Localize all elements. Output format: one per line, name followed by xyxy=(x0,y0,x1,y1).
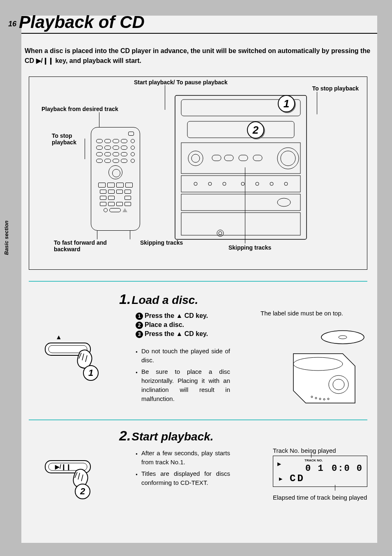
svg-point-28 xyxy=(321,331,364,344)
svg-point-18 xyxy=(270,182,273,185)
callout-badge-2: 2 xyxy=(247,121,264,139)
page-header: 16 Playback of CD xyxy=(8,9,377,32)
label-start-pause: Start playback/ To pause playback xyxy=(134,79,228,86)
callout-badge-1: 1 xyxy=(278,95,295,112)
section-divider xyxy=(29,281,367,282)
svg-rect-3 xyxy=(181,143,300,174)
svg-point-5 xyxy=(191,154,200,162)
section-divider xyxy=(29,419,367,420)
page-title: Playback of CD xyxy=(19,12,145,32)
step-2-title: 2.Start playback. xyxy=(119,428,367,444)
leader-line xyxy=(165,85,165,110)
step-2-figure: ▶/❙❙ 2 xyxy=(41,452,111,502)
lcd-elapsed-time: 0:0 0 xyxy=(332,463,363,474)
svg-point-4 xyxy=(188,151,203,166)
lcd-track-number: 0 1 xyxy=(305,463,324,474)
label-skip-2: Skipping tracks xyxy=(228,244,271,251)
remote-control-illustration xyxy=(91,127,140,231)
svg-point-30 xyxy=(293,357,343,371)
play-pause-icon: ▶/❙❙ xyxy=(55,463,71,470)
svg-rect-20 xyxy=(181,194,300,211)
leader-line xyxy=(317,92,317,114)
label-stop-right: To stop playback xyxy=(312,85,359,92)
intro-after: key, and playback will start. xyxy=(53,57,141,64)
remote-ir-icon xyxy=(128,132,134,136)
svg-rect-6 xyxy=(212,155,221,161)
disc-loading-illustration xyxy=(281,325,367,407)
step-2-notes: After a few seconds, play starts from tr… xyxy=(119,449,230,487)
svg-point-23 xyxy=(217,230,224,236)
svg-point-13 xyxy=(194,182,197,185)
leader-line xyxy=(85,139,85,159)
svg-rect-0 xyxy=(175,95,307,239)
svg-rect-2 xyxy=(187,121,294,138)
svg-point-19 xyxy=(284,182,288,185)
play-icon: ▶ xyxy=(279,476,282,482)
lcd-display-illustration: ▶ TRACK NO. 0 1 0:0 0 CD ▶ xyxy=(273,456,367,487)
manual-page: 16 Playback of CD When a disc is placed … xyxy=(0,0,392,556)
intro-text: When a disc is placed into the CD player… xyxy=(25,46,374,66)
svg-rect-12 xyxy=(181,176,300,192)
track-no-label: TRACK NO. xyxy=(304,459,323,462)
svg-text:▲: ▲ xyxy=(55,334,62,341)
callout-badge-2: 2 xyxy=(75,484,90,499)
svg-rect-7 xyxy=(224,155,233,161)
step-1-figure: ▲ 1 xyxy=(41,329,111,387)
svg-point-24 xyxy=(219,232,222,235)
leader-line xyxy=(311,452,311,458)
lcd-cd-indicator: CD xyxy=(290,473,305,484)
callout-badge-1: 1 xyxy=(83,365,99,381)
label-desired-track: Playback from desired track xyxy=(42,106,118,112)
play-icon: ▶ xyxy=(277,461,281,467)
step-2-aside-bottom: Elapsed time of track being played xyxy=(273,493,367,502)
label-fast-forward: To fast forward and backward xyxy=(54,239,124,253)
svg-point-16 xyxy=(241,182,244,185)
play-pause-icon: ▶/❙❙ xyxy=(36,57,53,64)
svg-rect-22 xyxy=(181,213,300,235)
step-1-aside: The label side must be on top. xyxy=(261,309,367,317)
controls-diagram: Start playback/ To pause playback To sto… xyxy=(29,76,367,270)
page-number: 16 xyxy=(8,16,16,32)
svg-point-21 xyxy=(277,198,291,206)
leader-line xyxy=(335,485,335,491)
svg-point-14 xyxy=(208,182,212,185)
label-stop-left: To stop playback xyxy=(52,132,81,146)
svg-rect-8 xyxy=(239,155,248,161)
svg-point-15 xyxy=(223,182,226,185)
step-1-notes: Do not touch the played side of disc. Be… xyxy=(119,347,230,403)
stereo-unit-illustration xyxy=(173,93,309,241)
section-tab: Basic section xyxy=(3,220,9,255)
svg-point-17 xyxy=(256,182,259,185)
svg-rect-9 xyxy=(253,155,262,161)
title-underline xyxy=(21,33,377,34)
step-2-aside-top: Track No. being played xyxy=(273,447,367,455)
svg-point-11 xyxy=(281,151,295,166)
step-1-title: 1.Load a disc. xyxy=(119,291,367,307)
